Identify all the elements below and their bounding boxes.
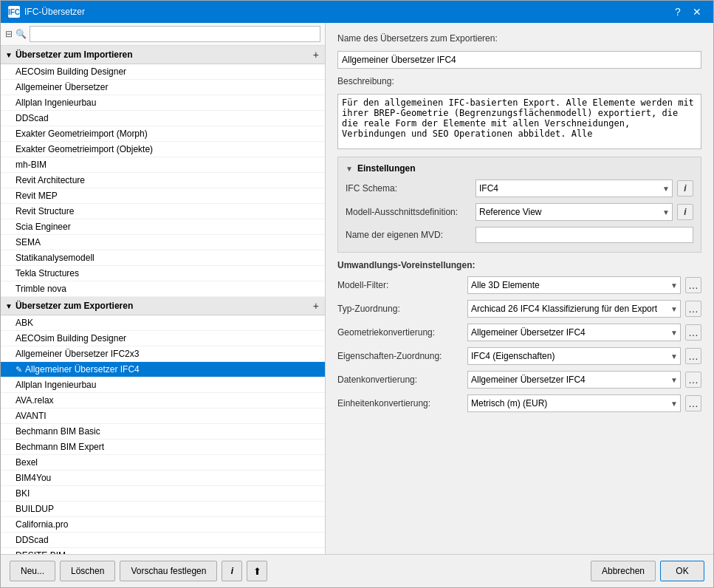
- mvd-label: Name der eigenen MVD:: [346, 230, 471, 240]
- name-row: Name des Übersetzers zum Exportieren:: [337, 33, 701, 44]
- export-section-header[interactable]: ▼ Übersetzer zum Exportieren +: [1, 297, 325, 315]
- modell-ausschnitt-info-button[interactable]: i: [677, 204, 693, 220]
- list-item[interactable]: AVANTI: [1, 408, 325, 424]
- daten-row: Datenkonvertierung: Allgemeiner Übersetz…: [337, 371, 701, 389]
- list-item[interactable]: Bexel: [1, 455, 325, 471]
- einheiten-select[interactable]: Metrisch (m) (EUR) Metrisch (cm) Imperia…: [467, 394, 681, 412]
- eigenschaften-combo-wrapper: IFC4 (Eigenschaften) ▼: [467, 347, 681, 365]
- list-item[interactable]: BKI: [1, 486, 325, 502]
- import-add-button[interactable]: +: [312, 49, 320, 61]
- list-item[interactable]: Revit MEP: [1, 188, 325, 204]
- list-item[interactable]: Allgemeiner Übersetzer: [1, 80, 325, 95]
- list-item[interactable]: AECOsim Building Designer: [1, 64, 325, 80]
- eigenschaften-row: Eigenschaften-Zuordnung: IFC4 (Eigenscha…: [337, 347, 701, 365]
- delete-button[interactable]: Löschen: [60, 561, 115, 581]
- typ-select[interactable]: Archicad 26 IFC4 Klassifizierung für den…: [467, 300, 681, 318]
- export-items: ABK AECOsim Building Designer Allgemeine…: [1, 315, 325, 554]
- ifc-schema-info-button[interactable]: i: [677, 180, 693, 196]
- list-item[interactable]: Statikanalysemodell: [1, 250, 325, 266]
- daten-dots-button[interactable]: …: [685, 372, 701, 388]
- app-icon: IFC: [8, 6, 20, 18]
- list-item[interactable]: SEMA: [1, 235, 325, 250]
- list-item-selected[interactable]: ✎Allgemeiner Übersetzer IFC4: [1, 362, 325, 377]
- geometrie-label: Geometriekonvertierung:: [337, 327, 463, 338]
- list-item[interactable]: Exakter Geometrieimport (Objekte): [1, 142, 325, 157]
- export-arrow-icon: ▼: [5, 302, 13, 310]
- list-item[interactable]: Allgemeiner Übersetzer IFC2x3: [1, 346, 325, 362]
- list-item[interactable]: Revit Structure: [1, 204, 325, 219]
- modell-ausschnitt-select[interactable]: Reference View Design Transfer View Coor…: [476, 203, 673, 221]
- filter-dots-button[interactable]: …: [685, 277, 701, 293]
- export-section-header-left: ▼ Übersetzer zum Exportieren: [5, 301, 133, 311]
- list-item[interactable]: Allplan Ingenieurbau: [1, 95, 325, 111]
- settings-label: Einstellungen: [357, 163, 416, 174]
- filter-label: Modell-Filter:: [337, 280, 463, 290]
- list-item[interactable]: mh-BIM: [1, 157, 325, 173]
- name-label: Name des Übersetzers zum Exportieren:: [337, 33, 498, 44]
- list-item[interactable]: Trimble nova: [1, 281, 325, 297]
- settings-header[interactable]: ▼ Einstellungen: [346, 163, 693, 174]
- filter-select[interactable]: Alle 3D Elemente Alle Elemente: [467, 276, 681, 294]
- export-icon-button[interactable]: ⬆: [247, 561, 267, 581]
- import-section-label: Übersetzer zum Importieren: [16, 49, 133, 60]
- geometrie-row: Geometriekonvertierung: Allgemeiner Über…: [337, 324, 701, 341]
- import-arrow-icon: ▼: [5, 51, 13, 59]
- export-add-button[interactable]: +: [312, 300, 320, 312]
- settings-section: ▼ Einstellungen IFC Schema: IFC4 IFC2x3 …: [337, 157, 701, 253]
- geometrie-dots-button[interactable]: …: [685, 324, 701, 341]
- ifc-dialog: IFC IFC-Übersetzer ? ✕ ⊟ 🔍 ▼: [0, 0, 714, 588]
- search-icon: 🔍: [16, 29, 27, 39]
- cancel-button[interactable]: Abbrechen: [591, 561, 656, 581]
- list-item[interactable]: DDScad: [1, 533, 325, 548]
- help-button[interactable]: ?: [669, 3, 687, 21]
- new-button[interactable]: Neu...: [10, 561, 55, 581]
- daten-select[interactable]: Allgemeiner Übersetzer IFC4: [467, 371, 681, 389]
- description-label: Beschreibung:: [337, 76, 394, 86]
- name-input-row: [337, 51, 701, 69]
- upload-icon: ⬆: [253, 566, 261, 577]
- typ-dots-button[interactable]: …: [685, 301, 701, 317]
- description-textarea[interactable]: Für den allgemeinen IFC-basierten Export…: [337, 94, 701, 149]
- list-item[interactable]: BUILDUP: [1, 502, 325, 517]
- list-item[interactable]: Bechmann BIM Expert: [1, 440, 325, 455]
- list-item[interactable]: Exakter Geometrieimport (Morph): [1, 126, 325, 142]
- eigenschaften-select[interactable]: IFC4 (Eigenschaften): [467, 347, 681, 365]
- typ-row: Typ-Zuordnung: Archicad 26 IFC4 Klassifi…: [337, 300, 701, 318]
- search-input[interactable]: [30, 26, 320, 42]
- list-item[interactable]: AVA.relax: [1, 393, 325, 408]
- list-item[interactable]: DDScad: [1, 111, 325, 126]
- geometrie-combo-wrapper: Allgemeiner Übersetzer IFC4 ▼: [467, 324, 681, 341]
- dialog-title: IFC-Übersetzer: [24, 7, 85, 17]
- typ-label: Typ-Zuordnung:: [337, 304, 463, 314]
- conversion-label: Umwandlungs-Voreinstellungen:: [337, 260, 701, 270]
- geometrie-select[interactable]: Allgemeiner Übersetzer IFC4: [467, 324, 681, 341]
- close-button[interactable]: ✕: [688, 3, 706, 21]
- mvd-input[interactable]: [476, 227, 693, 243]
- name-input[interactable]: [337, 51, 701, 69]
- list-item[interactable]: DESITE BIM: [1, 548, 325, 554]
- list-item[interactable]: Bechmann BIM Basic: [1, 424, 325, 440]
- list-item[interactable]: AECOsim Building Designer: [1, 331, 325, 346]
- export-section-label: Übersetzer zum Exportieren: [16, 301, 133, 311]
- settings-arrow-icon: ▼: [346, 165, 353, 173]
- einheiten-label: Einheitenkonvertierung:: [337, 398, 463, 408]
- conversion-section: Umwandlungs-Voreinstellungen: Modell-Fil…: [337, 260, 701, 418]
- ok-button[interactable]: OK: [660, 561, 704, 581]
- daten-combo-wrapper: Allgemeiner Übersetzer IFC4 ▼: [467, 371, 681, 389]
- mvd-row: Name der eigenen MVD:: [346, 227, 693, 243]
- filter-icon[interactable]: ⊟: [5, 29, 13, 39]
- list-item[interactable]: Tekla Structures: [1, 266, 325, 281]
- eigenschaften-dots-button[interactable]: …: [685, 348, 701, 364]
- ifc-schema-select[interactable]: IFC4 IFC2x3: [476, 180, 673, 197]
- einheiten-dots-button[interactable]: …: [685, 395, 701, 411]
- list-item[interactable]: Scia Engineer: [1, 219, 325, 235]
- preview-button[interactable]: Vorschau festlegen: [120, 561, 217, 581]
- list-item[interactable]: ABK: [1, 315, 325, 331]
- import-section-header[interactable]: ▼ Übersetzer zum Importieren +: [1, 46, 325, 64]
- list-item[interactable]: Allplan Ingenieurbau: [1, 377, 325, 393]
- list-item[interactable]: Revit Architecture: [1, 173, 325, 188]
- einheiten-combo-wrapper: Metrisch (m) (EUR) Metrisch (cm) Imperia…: [467, 394, 681, 412]
- list-item[interactable]: California.pro: [1, 517, 325, 533]
- list-item[interactable]: BIM4You: [1, 471, 325, 486]
- info-button[interactable]: i: [222, 561, 242, 581]
